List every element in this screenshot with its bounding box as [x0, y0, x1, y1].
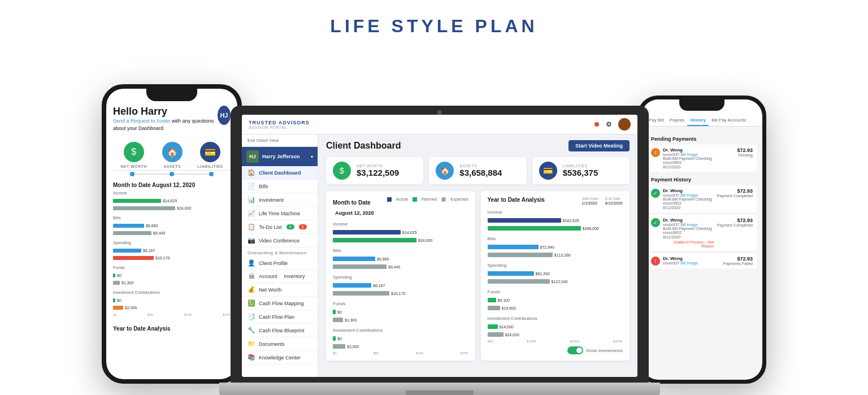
phone-subtitle: Send a Request to Austin with any questi…: [113, 118, 218, 132]
mc-income-label: Income: [333, 222, 468, 227]
kpi-liabilities-label: LIABILITIES: [563, 164, 623, 168]
history-name-2: Dr. Wong: [663, 218, 714, 223]
chart-spending-label: Spending: [113, 240, 231, 245]
sidebar-user[interactable]: HJ Harry Jefferson ▾: [242, 147, 318, 166]
mc-income-b2: [333, 238, 416, 242]
funds-val2: $1,300: [121, 281, 133, 285]
sidebar-item-lifetime[interactable]: 📈 Life Time Machine: [242, 207, 318, 220]
cashflow-map-icon: 💹: [248, 299, 255, 307]
main-title: Client Dashboard: [326, 141, 401, 151]
phone-icon-liabilities[interactable]: 💳 LIABILITIES: [197, 142, 223, 168]
left-phone-notch: [146, 89, 197, 101]
sidebar-item-bills[interactable]: 📄 Bills: [242, 180, 318, 193]
sidebar-item-knowledge[interactable]: 📚 Knowledge Center: [242, 351, 318, 364]
sidebar-item-todo[interactable]: 📋 To-Do List + 3: [242, 220, 318, 234]
mc-spending-v2: $10,170: [391, 292, 405, 296]
history-amt-3: $72.93: [737, 256, 753, 262]
mc-invest-label: Investment Contributions: [333, 328, 468, 333]
exit-client-view[interactable]: Exit Client View: [242, 134, 318, 147]
kpi-assets-info: ASSETS $3,658,884: [459, 164, 519, 177]
sidebar-item-knowledge-label: Knowledge Center: [259, 355, 301, 361]
sidebar-inventory-sublabel: Inventory: [284, 274, 305, 279]
networth-icon: $: [124, 142, 144, 162]
yc-invest-b1: [488, 324, 498, 329]
brand-sub: ADVISOR PORTAL: [249, 125, 310, 129]
sidebar-item-dashboard[interactable]: 🏠 Client Dashboard: [242, 166, 318, 180]
chart-bills-label: Bills: [113, 215, 231, 220]
history-icon-1: ✓: [651, 189, 660, 198]
yc-income-b1: [488, 218, 561, 223]
sidebar-item-investment[interactable]: 📊 Investment: [242, 193, 318, 207]
phone-link[interactable]: Send a Request to Austin: [113, 118, 171, 124]
mc-funds-label: Funds: [333, 301, 468, 306]
notification-dot[interactable]: [594, 122, 599, 127]
start-date-field: Start Date 1/1/2020: [582, 197, 598, 205]
tab-history[interactable]: History: [687, 115, 709, 126]
yc-funds-v1: $9,100: [498, 298, 510, 302]
pending-bank-acct-1: xxxxx9832: [663, 160, 734, 164]
start-date-value: 1/1/2020: [582, 201, 598, 205]
history-bank-acct-2: xxxxx9832: [663, 231, 714, 235]
sidebar-item-video[interactable]: 📷 Video Conference: [242, 234, 318, 248]
legend-expected-dot: [441, 197, 446, 202]
history-name-1: Dr. Wong: [663, 188, 714, 193]
chart-income-label: Income: [113, 190, 231, 196]
sidebar-item-cashflow-mapping[interactable]: 💹 Cash Flow Mapping: [242, 297, 318, 310]
bill-image-link-1[interactable]: Bill Image: [680, 153, 698, 157]
sidebar-item-dashboard-label: Client Dashboard: [259, 170, 301, 176]
sidebar-item-cashflow-plan-label: Cash Flow Plan: [259, 314, 294, 320]
blueprint-icon: 🔧: [248, 327, 255, 334]
pending-acct-1: xxxxx937 Bill Image: [663, 153, 734, 157]
history-bill-link-3[interactable]: Bill Image: [680, 261, 698, 265]
mc-invest-v1: $0: [337, 337, 342, 341]
todo-badge-green: +: [287, 224, 294, 229]
year-x-axis: $0K$100K$200K$300K: [488, 340, 623, 343]
history-info-2: Dr. Wong xxxxx937 Bill Image BofA Bill P…: [663, 218, 714, 248]
history-bill-link-2[interactable]: Bill Image: [680, 223, 698, 227]
sidebar-item-cashflow-plan[interactable]: 📑 Cash Flow Plan: [242, 310, 318, 324]
yc-spending-b1: [488, 271, 534, 276]
history-bill-link-1[interactable]: Bill Image: [680, 193, 698, 197]
tab-payees[interactable]: Payees: [667, 115, 688, 126]
start-video-button[interactable]: Start Video Meeting: [568, 140, 630, 151]
history-amount-2: $72.93 Payment Completed: [717, 218, 753, 227]
pending-payment-1: ! Dr. Wong xxxxx937 Bill Image BofA Bill…: [647, 145, 757, 172]
settings-icon[interactable]: ⚙: [604, 119, 614, 129]
phone-icon-networth[interactable]: $ NET WORTH: [120, 142, 147, 168]
sidebar-item-inventory[interactable]: 🏛 Account Inventory: [242, 270, 318, 283]
kpi-liabilities-value: $536,375: [563, 168, 623, 177]
show-investments-toggle[interactable]: [567, 346, 583, 354]
sidebar-item-blueprint[interactable]: 🔧 Cash Flow Blueprint: [242, 324, 318, 337]
charts-row: Month to Date August 12, 2020 Actual Pla…: [326, 191, 630, 361]
tab-pay-bill[interactable]: Pay Bill: [646, 115, 667, 126]
kpi-liabilities-icon: 💳: [539, 162, 557, 180]
pending-amount-1: $72.93: [737, 147, 753, 153]
networth-label: NET WORTH: [120, 164, 147, 168]
topbar-user-avatar[interactable]: [618, 118, 631, 131]
investment-bar2: [113, 306, 123, 310]
chart-legend: Actual Planned Expected: [387, 197, 468, 202]
laptop-base: [219, 383, 660, 395]
yc-bills-b1: [488, 245, 539, 249]
networth-sidebar-icon: 💰: [248, 286, 255, 293]
dot-2: [170, 172, 174, 176]
pending-payments-title: Pending Payments: [647, 136, 757, 142]
legend-planned-dot: [413, 197, 417, 202]
kpi-liabilities-info: LIABILITIES $536,375: [563, 164, 623, 177]
kpi-networth-value: $3,122,509: [357, 168, 416, 177]
kpi-networth-info: NET WORTH $3,122,509: [357, 164, 416, 177]
sidebar-item-networth[interactable]: 💰 Net Worth: [242, 283, 318, 297]
investment-val1: $0: [117, 298, 121, 302]
yc-funds-b2: [488, 306, 500, 310]
history-amt-2: $72.93: [737, 218, 753, 223]
tab-bill-pay-accounts[interactable]: Bill Pay Accounts: [709, 115, 749, 126]
pending-bank-1: BofA Bill Payment Checking: [663, 157, 734, 160]
phone-icons-row: $ NET WORTH 🏠 ASSETS 💳 LIABILITIES: [113, 142, 231, 168]
sidebar-item-documents[interactable]: 📁 Documents: [242, 337, 318, 351]
income-bar2: [113, 206, 175, 210]
kpi-assets-icon: 🏠: [436, 162, 454, 180]
phone-icon-assets[interactable]: 🏠 ASSETS: [162, 142, 183, 168]
sidebar-item-profile[interactable]: 👤 Client Profile: [242, 257, 318, 270]
month-section-title: Month to Date August 12, 2020: [113, 182, 231, 188]
yc-bills-v1: $72,940: [540, 245, 554, 249]
